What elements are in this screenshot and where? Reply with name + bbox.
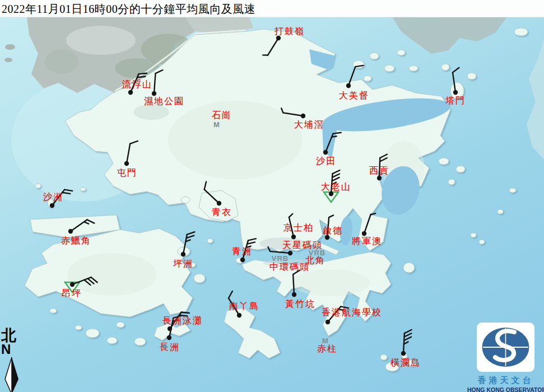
hko-name-chinese: 香港天文台	[467, 375, 544, 386]
station-label: 大老山	[321, 181, 351, 193]
station-label: 長洲	[160, 342, 180, 353]
hko-logo: 香港天文台 HONG KONG OBSERVATORY	[467, 323, 544, 392]
station-label: 打鼓嶺	[275, 26, 305, 38]
station-label: 沙洲	[43, 192, 63, 203]
station-label: 赤鱲角	[61, 235, 91, 247]
station-dot	[453, 90, 458, 95]
north-label-chinese: 北	[1, 328, 25, 343]
station-dot	[240, 258, 245, 262]
hko-emblem-icon	[477, 323, 534, 372]
station-label: 塔門	[445, 95, 466, 107]
station-label: 香港航海學校	[322, 307, 382, 319]
station-dot	[346, 83, 351, 88]
station-label: 大埔滘	[294, 119, 324, 131]
station-dot	[124, 161, 129, 166]
station-label: 黃竹坑	[285, 298, 315, 310]
variable-wind-marker: VRB	[309, 249, 326, 257]
north-label-letter: N	[1, 343, 25, 356]
station-label: 坪洲	[173, 258, 193, 270]
station-label: 赤柱	[317, 343, 337, 355]
station-label: 青洲	[232, 246, 252, 258]
station-label: 沙田	[316, 156, 336, 167]
station-dot	[217, 201, 221, 206]
station-dot	[50, 203, 54, 208]
title-bar: 2022年11月01日16時00分的十分鐘平均風向及風速	[0, 0, 544, 17]
station-dot	[292, 292, 296, 297]
station-dot	[68, 229, 73, 234]
station-label: 西貢	[369, 165, 389, 177]
station-label: 長洲泳灘	[162, 315, 203, 327]
station-dot	[326, 320, 330, 324]
compass-needle-icon	[1, 356, 24, 392]
station-dot	[128, 90, 133, 95]
station-dot	[70, 282, 75, 287]
station-label: 京士柏	[283, 222, 314, 234]
missing-data-marker: M	[322, 337, 329, 345]
wind-barb	[401, 329, 412, 356]
station-dot	[401, 351, 406, 356]
station-label: 橫瀾島	[390, 357, 421, 369]
station-label: 啟德	[323, 225, 343, 237]
station-dot	[237, 313, 241, 318]
station-label: 昂坪	[62, 288, 82, 300]
station-label: 流浮山	[122, 79, 152, 91]
station-label: 南丫島	[229, 301, 259, 312]
north-arrow: 北 N	[1, 328, 25, 392]
station-label: 大美督	[339, 90, 369, 102]
station-dot	[167, 335, 171, 340]
station-dot	[301, 114, 305, 118]
wind-map: 打鼓嶺流浮山濕地公園石崗M大埔滘大美督塔門沙田西貢大老山屯門沙洲赤鱲角青衣昂坪坪…	[0, 0, 544, 392]
station-dot	[181, 252, 185, 256]
station-dot	[291, 235, 296, 239]
missing-data-marker: M	[213, 120, 220, 129]
station-label: 屯門	[117, 167, 137, 179]
station-label: 青衣	[212, 207, 232, 218]
station-label: 石崗	[212, 110, 232, 122]
station-dot	[323, 150, 328, 155]
station-label: 濕地公園	[144, 96, 184, 108]
station-label: 中環碼頭	[269, 262, 310, 273]
hko-name-english: HONG KONG OBSERVATORY	[467, 386, 544, 392]
hong-kong-basemap	[0, 0, 544, 392]
map-title: 2022年11月01日16時00分的十分鐘平均風向及風速	[0, 0, 255, 17]
station-label: 將軍澳	[352, 236, 382, 248]
